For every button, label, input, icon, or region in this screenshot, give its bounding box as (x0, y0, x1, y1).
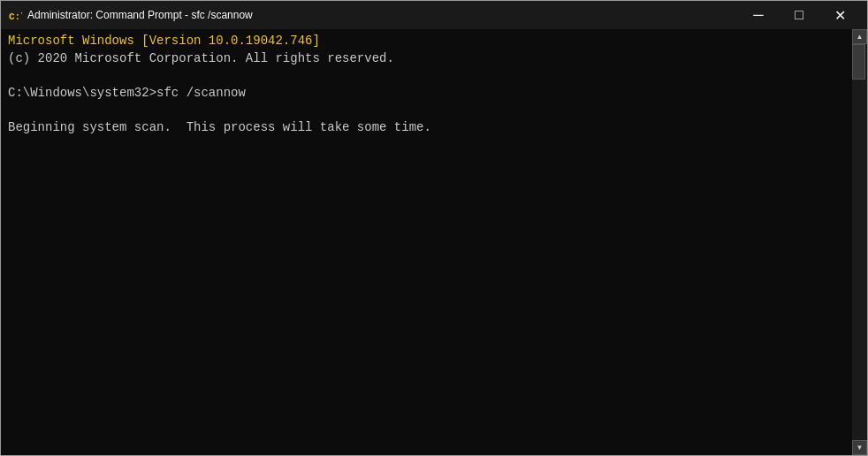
window-controls: ─ □ ✕ (738, 1, 860, 29)
title-bar: C:\ Administrator: Command Prompt - sfc … (1, 1, 867, 29)
terminal-line: Microsoft Windows [Version 10.0.19042.74… (8, 33, 845, 50)
terminal-line-scan: Beginning system scan. This process will… (8, 119, 845, 137)
scrollbar-track[interactable] (852, 44, 867, 440)
svg-text:C:\: C:\ (9, 11, 22, 22)
terminal-line-empty (8, 67, 845, 85)
scroll-up-button[interactable]: ▲ (852, 29, 867, 44)
window-title: Administrator: Command Prompt - sfc /sca… (27, 9, 738, 21)
scroll-down-button[interactable]: ▼ (852, 440, 867, 455)
terminal-area: Microsoft Windows [Version 10.0.19042.74… (1, 29, 867, 455)
terminal-content[interactable]: Microsoft Windows [Version 10.0.19042.74… (1, 29, 852, 455)
scrollbar-thumb[interactable] (852, 44, 865, 80)
cmd-window: C:\ Administrator: Command Prompt - sfc … (0, 0, 868, 456)
maximize-button[interactable]: □ (779, 1, 819, 29)
cmd-icon: C:\ (8, 8, 22, 22)
close-button[interactable]: ✕ (819, 1, 860, 29)
minimize-button[interactable]: ─ (738, 1, 779, 29)
terminal-line-empty (8, 102, 845, 119)
terminal-line: (c) 2020 Microsoft Corporation. All righ… (8, 50, 845, 68)
scrollbar: ▲ ▼ (852, 29, 867, 455)
terminal-line-cmd: C:\Windows\system32>sfc /scannow (8, 85, 845, 103)
